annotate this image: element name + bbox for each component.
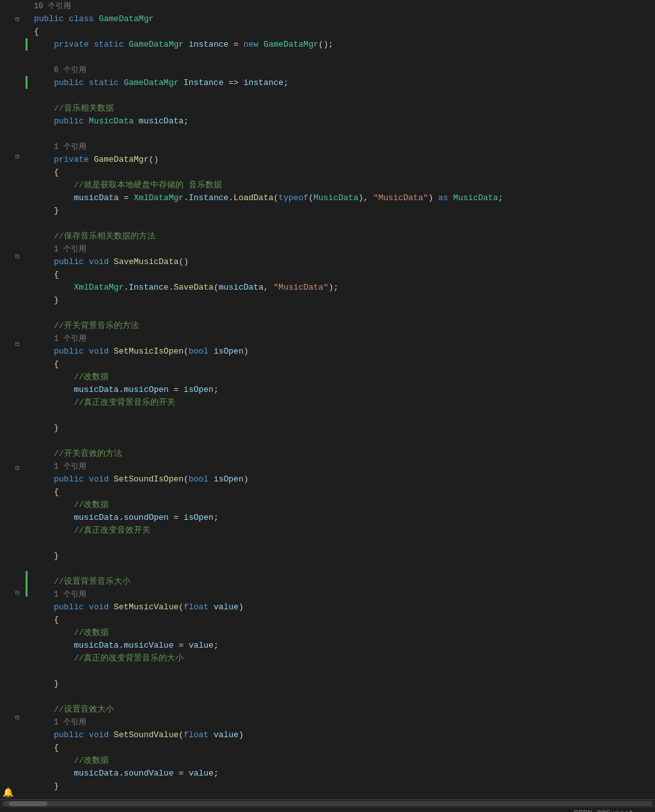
indent	[34, 230, 54, 243]
indent	[34, 780, 54, 793]
code-line	[34, 793, 655, 799]
collapse-btn[interactable]: ⊟	[15, 462, 19, 475]
semicolon: ;	[498, 192, 503, 205]
gutter-line	[0, 488, 20, 500]
brace: }	[54, 678, 59, 691]
gutter-line	[0, 313, 20, 325]
collapse-btn[interactable]: ⊟	[15, 587, 19, 600]
gutter-line: ⊟	[0, 338, 20, 351]
code-line: }	[34, 205, 655, 217]
code-line	[34, 537, 655, 550]
gutter-line: ⊟	[0, 587, 20, 600]
gutter-line	[0, 101, 20, 113]
paren: (	[178, 729, 184, 742]
kw: static	[89, 77, 124, 90]
code-line: //改数据	[34, 754, 655, 767]
param: value	[214, 729, 239, 742]
code-line	[34, 307, 655, 320]
type: GameDataMgr	[129, 38, 189, 51]
prop: musicOpen	[123, 384, 168, 396]
gutter-line	[0, 325, 20, 338]
kw: private	[54, 38, 93, 51]
code-editor: ⊟ ⊟ ⊟ ⊟	[0, 0, 655, 812]
indent	[34, 294, 54, 307]
indent	[34, 141, 54, 153]
scrollbar-thumb[interactable]	[9, 801, 47, 806]
gutter-line	[0, 762, 20, 774]
indent	[34, 473, 54, 486]
collapse-btn[interactable]: ⊟	[15, 151, 19, 164]
indent	[34, 575, 54, 588]
prop: Instance	[184, 77, 223, 90]
comment: //真正改变音效开关	[74, 524, 150, 537]
semicolon: ;	[184, 115, 189, 128]
gutter-line	[0, 238, 20, 250]
gutter-line	[0, 662, 20, 675]
indent	[34, 332, 54, 345]
kw: static	[94, 38, 129, 51]
indent	[34, 64, 54, 77]
collapse-btn[interactable]: ⊟	[15, 251, 19, 263]
collapse-btn[interactable]: ⊟	[15, 712, 19, 724]
brace: {	[54, 614, 59, 627]
collapse-btn[interactable]: ⊟	[15, 13, 19, 26]
gutter-line	[0, 288, 20, 301]
gutter-line	[0, 189, 20, 201]
prop: Instance	[189, 192, 228, 205]
line-gutter: ⊟ ⊟ ⊟ ⊟	[0, 0, 26, 799]
gutter-line	[0, 363, 20, 375]
dot: .	[228, 192, 233, 205]
indent	[34, 486, 54, 499]
code-line: //真正的改变背景音乐的大小	[34, 652, 655, 665]
brace: {	[54, 742, 59, 754]
indent	[34, 422, 54, 435]
kw-new: new	[244, 38, 264, 51]
code-area: ⊟ ⊟ ⊟ ⊟	[0, 0, 655, 799]
dot: .	[119, 639, 124, 652]
code-line: //音乐相关数据	[34, 102, 655, 115]
comma: ,	[264, 281, 274, 294]
indent	[34, 281, 74, 294]
code-line: //开关音效的方法	[34, 448, 655, 460]
prop: musicData	[219, 281, 264, 294]
gutter-line	[0, 388, 20, 400]
indent	[34, 588, 54, 601]
prop: musicData	[139, 115, 184, 128]
comment: //改数据	[74, 754, 109, 767]
param: value	[189, 639, 214, 652]
kw: void	[89, 345, 114, 358]
kw: public	[54, 601, 89, 614]
string: "MusicData"	[274, 281, 329, 294]
code-line: //改数据	[34, 371, 655, 384]
collapse-btn[interactable]: ⊟	[15, 338, 19, 351]
brace: }	[54, 780, 59, 793]
code-line	[34, 435, 655, 448]
type: GameDataMgr	[264, 38, 319, 51]
indent	[34, 243, 54, 256]
type: XmlDataMgr	[74, 281, 123, 294]
code-line: 1 个引用	[34, 243, 655, 256]
indent	[34, 499, 74, 511]
gutter-line: ⊟	[0, 462, 20, 475]
kw: public	[54, 256, 89, 269]
ref-count: 1 个引用	[54, 141, 86, 153]
code-lines: 10 个引用 public class GameDataMgr { privat…	[28, 0, 655, 799]
type: MusicData	[89, 115, 139, 128]
op: =	[169, 384, 184, 396]
type: XmlDataMgr	[134, 192, 184, 205]
code-line: //设置背景音乐大小	[34, 575, 655, 588]
prop: musicData	[74, 192, 118, 205]
op: =	[228, 38, 243, 51]
bottom-icon: 🔔	[3, 787, 13, 798]
indent	[34, 729, 54, 742]
indent	[34, 384, 74, 396]
code-line	[34, 90, 655, 102]
code-line: 1 个引用	[34, 588, 655, 601]
gutter-line	[0, 39, 20, 51]
horizontal-scrollbar[interactable]	[0, 799, 655, 807]
comment: //改数据	[74, 627, 109, 639]
kw: public	[54, 77, 89, 90]
gutter-line	[0, 613, 20, 625]
fn: SetMusicIsOpen	[114, 345, 184, 358]
scrollbar-track[interactable]	[3, 801, 652, 806]
